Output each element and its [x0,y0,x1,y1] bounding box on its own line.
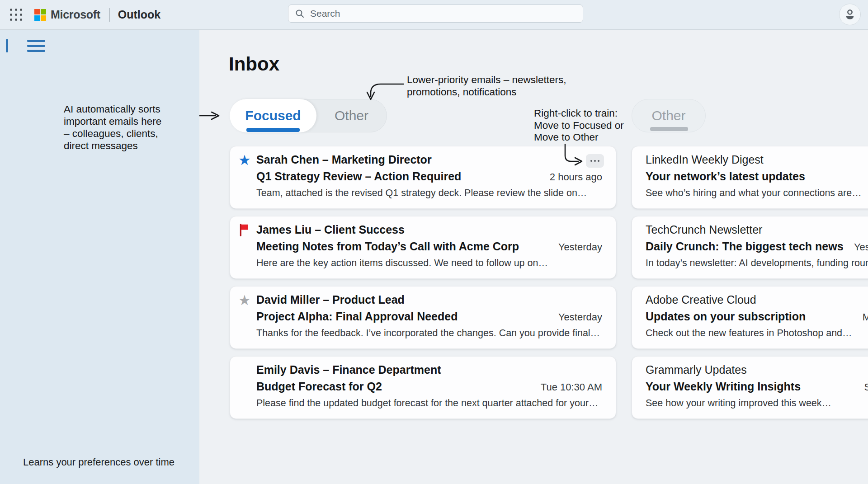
email-preview: Here are the key action items discussed.… [256,258,604,269]
star-outline-icon[interactable]: ★ [237,293,252,308]
flag-icon[interactable] [237,223,252,238]
email-preview: Thanks for the feedback. I’ve incorporat… [256,328,604,339]
email-card-other-4[interactable]: Grammarly Updates Your Weekly Writing In… [632,356,868,419]
email-card-focused-1[interactable]: ★ Sarah Chen – Marketing Director Q1 Str… [230,146,616,209]
annotation-line: Right-click to train: [534,108,638,120]
email-card-focused-2[interactable]: James Liu – Client Success Meeting Notes… [230,216,616,279]
email-time: Yesterday [558,241,602,253]
tab-focused[interactable]: Focused [230,99,316,132]
email-card-other-2[interactable]: TechCrunch Newsletter Daily Crunch: The … [632,216,868,279]
annotation-lower-priority: Lower-priority emails – newsletters, pro… [407,74,570,98]
email-sender: Adobe Creative Cloud [646,293,756,306]
star-filled-icon[interactable]: ★ [237,153,252,168]
email-time: Tue 10:30 AM [541,381,602,393]
email-preview: Please find the updated budget forecast … [256,398,604,409]
tab-other-column[interactable]: Other [632,99,706,132]
app-launcher-icon[interactable] [5,5,26,25]
email-sender: David Miller – Product Lead [256,293,405,306]
email-preview: See how your writing improved this week… [646,398,868,409]
email-time: Yesterday [558,311,602,323]
email-subject: Budget Forecast for Q2 [256,380,382,393]
email-subject: Daily Crunch: The biggest tech news [646,240,844,253]
annotation-line: promotions, notifications [407,86,570,98]
active-page-indicator [6,39,8,52]
annotation-line: direct messages [64,140,190,152]
email-time: 2 hours ago [550,171,602,183]
more-options-button[interactable] [586,154,604,168]
email-subject: Project Alpha: Final Approval Needed [256,310,458,323]
email-subject: Meeting Notes from Today’s Call with Acm… [256,240,519,253]
product-name: Outlook [118,8,160,21]
email-sender: Grammarly Updates [646,363,747,376]
tab-other-label: Other [335,108,368,123]
email-preview: Check out the new features in Photoshop … [646,328,868,339]
email-preview: In today’s newsletter: AI developments, … [646,258,868,269]
email-card-focused-4[interactable]: Emily Davis – Finance Department Budget … [230,356,616,419]
email-preview: See who’s hiring and what your connectio… [646,188,868,199]
focused-active-underline [246,128,300,132]
search-box[interactable] [288,5,583,23]
other-tab-underline [650,127,688,131]
email-sender: LinkedIn Weekly Digest [646,153,764,166]
annotation-line: Move to Focused or [534,120,638,132]
annotation-line: Move to Other [534,132,638,144]
email-sender: Sarah Chen – Marketing Director [256,153,432,166]
tab-other-column-label: Other [651,108,685,123]
email-subject: Updates on your subscription [646,310,806,323]
left-sidebar: AI automatically sorts important emails … [0,30,199,484]
email-time: Yesterday [854,241,868,253]
email-card-other-3[interactable]: Adobe Creative Cloud Updates on your sub… [632,286,868,349]
search-icon [295,9,305,19]
email-card-other-1[interactable]: LinkedIn Weekly Digest Your network’s la… [632,146,868,209]
account-button[interactable] [839,4,861,25]
microsoft-brand-link[interactable]: Microsoft [34,8,100,21]
email-sender: Emily Davis – Finance Department [256,363,441,376]
annotation-right-click-train: Right-click to train: Move to Focused or… [534,108,638,144]
microsoft-logo-icon [34,9,46,21]
annotation-line: Lower-priority emails – newsletters, [407,74,570,86]
tab-focused-label: Focused [245,108,301,123]
annotation-line: – colleagues, clients, [64,127,190,140]
email-time: Monday [863,311,868,323]
annotation-line: AI automatically sorts [64,103,190,115]
brand-divider [109,8,110,22]
top-app-bar: Microsoft Outlook [0,0,868,30]
email-card-focused-3[interactable]: ★ David Miller – Product Lead Project Al… [230,286,616,349]
email-time: Sunday [864,381,868,393]
search-input[interactable] [310,8,576,19]
microsoft-label: Microsoft [51,8,100,21]
email-subject: Q1 Strategy Review – Action Required [256,170,461,183]
email-sender: TechCrunch Newsletter [646,223,762,236]
annotation-line: important emails here [64,115,190,127]
inbox-tab-switcher: Focused Other [230,99,387,132]
email-subject: Your Weekly Writing Insights [646,380,801,393]
menu-hamburger-icon[interactable] [27,40,47,52]
page-title-inbox: Inbox [229,53,279,75]
account-person-icon [844,8,856,21]
email-preview: Team, attached is the revised Q1 strateg… [256,188,604,199]
annotation-ai-sorting: AI automatically sorts important emails … [64,103,190,152]
email-subject: Your network’s latest updates [646,170,805,183]
annotation-learns-preferences: Learns your preferences over time [23,456,175,468]
email-sender: James Liu – Client Success [256,223,405,236]
tab-other[interactable]: Other [316,99,387,132]
